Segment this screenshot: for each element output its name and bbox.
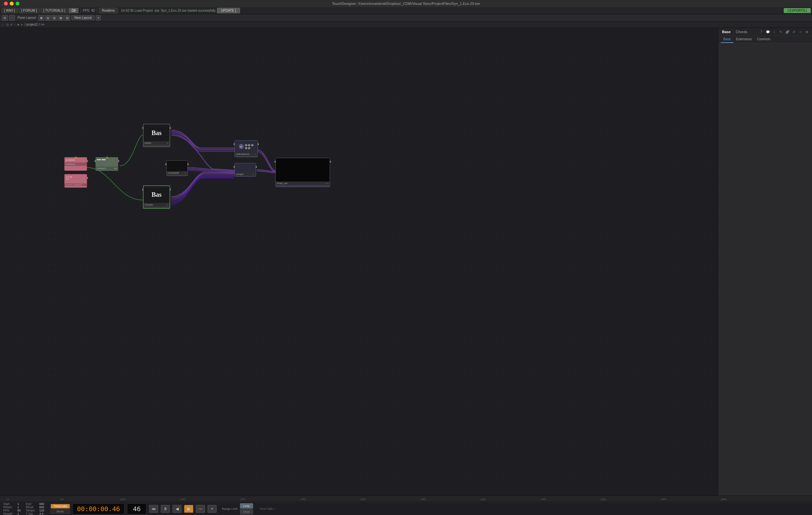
loop-button[interactable]: Loop [240, 503, 253, 509]
once-button[interactable]: Once [240, 509, 253, 514]
layout-icon-4[interactable]: ▦ [58, 15, 64, 21]
path-nav-icon[interactable]: ⊳ [21, 23, 23, 26]
panel-tab-base[interactable]: Base [721, 29, 732, 34]
layout-icon-5[interactable]: ▧ [64, 15, 70, 21]
plus-panel-icon[interactable]: + [798, 29, 803, 34]
path-star-icon[interactable]: ★ [17, 23, 20, 26]
close-button[interactable] [4, 2, 8, 5]
tick-501: 501 [601, 496, 606, 502]
pause-button[interactable]: ⏸ [161, 505, 170, 513]
node-comp2-label: comp2 ⊳ [235, 173, 256, 176]
node-callbacks-label: midisin2_calIBacks [65, 183, 87, 186]
time-path-label: Time Path: / [260, 507, 275, 511]
realtime-button[interactable]: Realtime [99, 8, 118, 13]
node-final-preview [276, 158, 330, 182]
node-bas-notes[interactable]: Bas Notes ⊳ [143, 124, 170, 147]
tutorials-button[interactable]: [ TUTORIALS ] [40, 8, 68, 13]
connections-svg [0, 28, 718, 495]
timeline-area: 1 51 101 151 201 251 301 351 [0, 495, 812, 515]
tick-151: 151 [180, 496, 185, 502]
layout-icon-2[interactable]: ▤ [45, 15, 51, 21]
layout-icon-3[interactable]: ▥ [51, 15, 57, 21]
range-limit-label: Range Limit [222, 507, 237, 511]
update-button[interactable]: UPDATE ] [217, 8, 240, 13]
panel-tab-chords[interactable]: Chords [734, 29, 748, 34]
panel-sub-tab-base[interactable]: Base [721, 36, 733, 43]
beat-display[interactable]: 46 [127, 503, 146, 514]
path-back-icon[interactable]: ← [2, 23, 5, 26]
start-val: 1 [18, 502, 21, 506]
panel-sub-tabs: Base Extensions Common [718, 36, 812, 43]
node-midisin2-output [87, 160, 88, 162]
node-videodevin1[interactable]: ▶ ⬤ ⬤ ⬤ ⬤ ⬤ videodevin1 ⊳ [234, 140, 258, 157]
add-layout-button[interactable]: + [96, 15, 101, 21]
tick-551: 551 [661, 496, 666, 502]
edit-icon[interactable]: ✎ [778, 29, 783, 34]
oil-button[interactable]: Oil [68, 8, 78, 13]
help-icon[interactable]: ? [759, 29, 764, 34]
step-forward-button[interactable]: — [196, 505, 205, 513]
step-back-button[interactable]: ◀ [172, 505, 181, 513]
node-bas-notes-title: Bas [151, 129, 162, 137]
node-comp2[interactable]: comp2 ⊳ [234, 163, 256, 177]
export-button[interactable]: [ EXPORTS ] [784, 8, 811, 13]
traffic-lights [0, 2, 20, 5]
panel-tabs-top: Base Chords ? 💬 i ✎ 🔗 ↺ + ⚙ [718, 28, 812, 36]
node-final-out[interactable]: Final_out ⊳⊳ [276, 158, 330, 187]
node-constant6-preview [167, 161, 187, 171]
videodevin-dots: ⬤ ⬤ ⬤ ⬤ ⬤ [245, 144, 254, 149]
node-bas-notes-preview: Bas [144, 124, 170, 141]
node-constant6-output [187, 163, 189, 165]
go-to-end-button[interactable]: + [207, 505, 216, 513]
tick-600: 600 [721, 496, 726, 502]
minimize-button[interactable] [10, 2, 13, 5]
toolbar-icon-2[interactable]: ↑ [9, 15, 15, 21]
timecode-display[interactable]: 00:00:00.46 [72, 503, 124, 514]
node-midisin1[interactable]: ⚠ ■■■ ■■■ midisin1 ■■ [95, 157, 118, 171]
path-reload-icon[interactable]: ↺ [10, 23, 13, 26]
play-button[interactable]: ▶ [184, 505, 193, 513]
timecode-beats-buttons: TimeCode Beats [51, 504, 70, 514]
info-icon[interactable]: i [772, 29, 777, 34]
node-callbacks[interactable]: 1 # ne 2 # midisin2_calIBacks [64, 174, 87, 188]
panel-icons: ? 💬 i ✎ 🔗 ↺ + ⚙ [759, 29, 809, 34]
settings-icon[interactable]: ⚙ [804, 29, 809, 34]
toolbar-icon-1[interactable]: ⊞ [2, 15, 8, 21]
go-to-start-button[interactable]: ⏮ [149, 505, 158, 513]
rend-val: 600 [39, 506, 44, 509]
node-bas-chords-label: Chords ⊳ [144, 203, 170, 207]
rstart-label: RStart: [3, 506, 13, 509]
forum-button[interactable]: [ FORUM ] [19, 8, 40, 13]
node-bas-chords-input [142, 189, 144, 191]
node-final-input [274, 161, 276, 163]
node-midisin2[interactable]: ⚠ ● messa midisin2 [64, 157, 87, 171]
node-bas-chords-title: Bas [151, 191, 162, 199]
node-midisin2-label: midisin2 [65, 162, 87, 166]
path-up-icon[interactable]: ↑ [14, 23, 16, 26]
beats-button[interactable]: Beats [51, 509, 70, 514]
panel-sub-tab-extensions[interactable]: Extensions [733, 36, 755, 43]
node-bas-notes-input [142, 127, 144, 129]
link-icon[interactable]: 🔗 [785, 29, 790, 34]
main-area: Bas Notes ⊳ Bas Chords ⊳ ⚠ ● messa [0, 28, 812, 495]
path-home-icon[interactable]: ⊡ [6, 23, 9, 26]
tick-351: 351 [420, 496, 426, 502]
panel-sub-tab-common[interactable]: Common [755, 36, 773, 43]
node-constant6[interactable]: constant6 ⊳ [166, 160, 188, 176]
timeline-ruler[interactable]: 1 51 101 151 201 251 301 351 [0, 496, 812, 502]
menu-bar: [ WIKI ] [ FORUM ] [ TUTORIALS ] Oil FPS… [0, 7, 812, 14]
timecode-button[interactable]: TimeCode [51, 504, 70, 509]
node-videodevin1-output [258, 143, 259, 145]
new-layout-button[interactable]: New Layout [71, 15, 94, 20]
comment-icon[interactable]: 💬 [765, 29, 771, 34]
fullscreen-button[interactable] [16, 2, 20, 5]
title-bar: TouchDesigner: /Users/ezraistiroti/Dropb… [0, 0, 812, 7]
node-bas-chords-preview: Bas [144, 186, 170, 203]
node-canvas[interactable]: Bas Notes ⊳ Bas Chords ⊳ ⚠ ● messa [0, 28, 718, 495]
wiki-button[interactable]: [ WIKI ] [1, 8, 18, 13]
panel-content [718, 43, 812, 495]
tick-451: 451 [541, 496, 546, 502]
node-bas-chords[interactable]: Bas Chords ⊳ [143, 185, 170, 209]
layout-icon-1[interactable]: ▣ [38, 15, 44, 21]
refresh-icon[interactable]: ↺ [791, 29, 796, 34]
